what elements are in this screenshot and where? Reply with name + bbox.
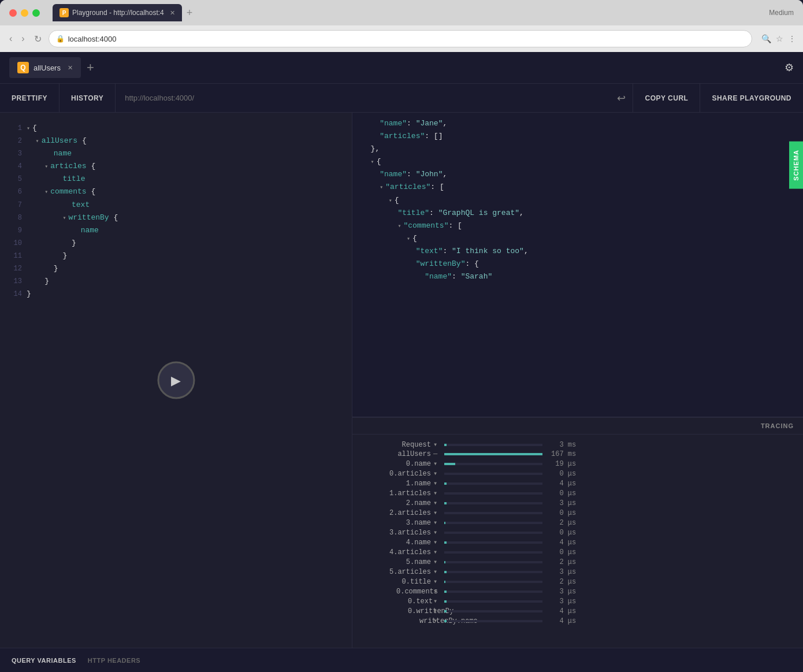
trace-row-1articles: 1.articles ▾ 0 μs (385, 489, 794, 497)
trace-row-0articles: 0.articles ▾ 0 μs (385, 469, 794, 478)
result-line-8: "title": "GraphQL is great", (352, 207, 803, 220)
add-tab-button[interactable]: + (81, 60, 100, 75)
editor-panel: 1 ▾{ 2 ▾allUsers { 3 name 4 ▾articles { (0, 113, 352, 648)
minimize-traffic-light[interactable] (21, 9, 28, 17)
traffic-lights (9, 9, 40, 17)
trace-row-3name: 3.name ▾ 2 μs (385, 518, 794, 527)
code-line-4: 4 ▾articles { (0, 160, 352, 173)
trace-time-request: 3 ms (547, 441, 576, 449)
trace-row-0title: 0.title ▾ 2 μs (396, 577, 794, 586)
code-line-5: 5 title (0, 173, 352, 185)
tab-item-allusers[interactable]: Q allUsers ✕ (9, 57, 81, 78)
tracing-label: TRACING (761, 422, 794, 429)
http-headers-tab[interactable]: HTTP HEADERS (88, 657, 140, 664)
settings-button[interactable]: ⚙ (785, 61, 794, 74)
trace-row-2articles: 2.articles ▾ 0 μs (385, 508, 794, 517)
close-traffic-light[interactable] (9, 9, 17, 17)
code-line-9: 9 name (0, 224, 352, 237)
tab-favicon: P (60, 8, 69, 17)
result-line-5: "name": "John", (352, 168, 803, 181)
play-button[interactable]: ▶ (157, 362, 195, 399)
undo-button[interactable]: ↩ (610, 92, 633, 105)
active-browser-tab[interactable]: P Playground - http://localhost:4 ✕ (53, 4, 182, 21)
address-bar[interactable]: 🔒 localhost:4000 (49, 30, 752, 47)
medium-label: Medium (769, 9, 794, 17)
maximize-traffic-light[interactable] (32, 9, 40, 17)
trace-bar-request (444, 444, 542, 446)
tracing-content: Request ▾ 3 ms allUsers — 167 ms 0.name … (352, 435, 803, 631)
app-container: Q allUsers ✕ + ⚙ PRETTIFY HISTORY ↩ COPY… (0, 52, 803, 672)
result-line-4: ▾{ (352, 155, 803, 168)
bottom-bar: QUERY VARIABLES HTTP HEADERS (0, 648, 803, 672)
trace-row-4name: 4.name ▾ 4 μs (385, 538, 794, 547)
result-panel: "name": "Jane", "articles": [] }, ▾{ "na… (352, 113, 803, 417)
query-icon: Q (17, 62, 29, 73)
trace-row-4articles: 4.articles ▾ 0 μs (385, 548, 794, 556)
prettify-button[interactable]: PRETTIFY (0, 84, 60, 112)
result-line-11: "text": "I think so too", (352, 245, 803, 258)
trace-time-allusers: 167 ms (547, 450, 576, 458)
bookmark-icon[interactable]: ☆ (776, 34, 783, 43)
code-line-1: 1 ▾{ (0, 122, 352, 135)
url-text: localhost:4000 (68, 35, 117, 43)
trace-row-0name: 0.name ▾ 19 μs (385, 459, 794, 468)
trace-arrow-allusers: — (433, 450, 437, 458)
result-line-3: }, (352, 143, 803, 155)
trace-row-5articles: 5.articles ▾ 3 μs (385, 567, 794, 576)
right-panel: "name": "Jane", "articles": [] }, ▾{ "na… (352, 113, 803, 648)
result-line-7: ▾{ (352, 194, 803, 207)
result-line-9: ▾"comments": [ (352, 220, 803, 232)
browser-chrome: P Playground - http://localhost:4 ✕ + Me… (0, 0, 803, 52)
share-playground-button[interactable]: SHARE PLAYGROUND (700, 84, 803, 112)
tracing-panel: TRACING Request ▾ 3 ms allUsers — 167 ms (352, 417, 803, 648)
app-header: Q allUsers ✕ + ⚙ (0, 52, 803, 84)
code-line-2: 2 ▾allUsers { (0, 135, 352, 147)
trace-row-0comments: 0.comments ▾ 3 μs (396, 587, 794, 596)
tab-close-icon[interactable]: ✕ (170, 9, 175, 17)
code-line-11: 11 } (0, 250, 352, 262)
trace-arrow-request: ▾ (433, 440, 437, 449)
trace-row-3articles: 3.articles ▾ 0 μs (385, 528, 794, 537)
tab-title: Playground - http://localhost:4 (72, 9, 164, 17)
trace-row-writtenbyname: writtenBy.name ▾ 4 μs (419, 617, 794, 625)
schema-tab[interactable]: SCHEMA (789, 142, 803, 189)
code-line-6: 6 ▾comments { (0, 185, 352, 198)
result-line-6: ▾"articles": [ (352, 181, 803, 194)
code-line-7: 7 text (0, 199, 352, 211)
history-button[interactable]: HISTORY (60, 84, 116, 112)
search-icon[interactable]: 🔍 (761, 34, 771, 43)
lock-icon: 🔒 (56, 35, 65, 43)
trace-row-request: Request ▾ 3 ms (362, 440, 794, 449)
toolbar: PRETTIFY HISTORY ↩ COPY CURL SHARE PLAYG… (0, 84, 803, 113)
query-variables-tab[interactable]: QUERY VARIABLES (12, 657, 76, 664)
code-line-3: 3 name (0, 147, 352, 160)
code-line-13: 13 } (0, 275, 352, 288)
new-tab-button[interactable]: + (182, 7, 198, 19)
back-button[interactable]: ‹ (7, 32, 14, 45)
tab-name: allUsers (34, 64, 61, 72)
refresh-button[interactable]: ↻ (32, 32, 44, 46)
code-line-14: 14 } (0, 288, 352, 300)
copy-curl-button[interactable]: COPY CURL (633, 84, 700, 112)
tab-close-icon[interactable]: ✕ (68, 64, 73, 72)
trace-name-request: Request (362, 441, 431, 449)
result-line-1: "name": "Jane", (352, 117, 803, 130)
browser-address-bar: ‹ › ↻ 🔒 localhost:4000 🔍 ☆ ⋮ (0, 25, 803, 52)
menu-icon[interactable]: ⋮ (788, 34, 796, 43)
result-line-12: "writtenBy": { (352, 258, 803, 270)
trace-bar-allusers (444, 453, 542, 455)
trace-row-0text: 0.text ▾ 3 μs (408, 597, 794, 606)
trace-row-5name: 5.name ▾ 2 μs (385, 558, 794, 566)
code-line-12: 12 } (0, 262, 352, 275)
url-input[interactable] (116, 84, 610, 112)
forward-button[interactable]: › (19, 32, 27, 45)
code-line-10: 10 } (0, 237, 352, 250)
trace-row-2name: 2.name ▾ 3 μs (385, 499, 794, 507)
main-content: 1 ▾{ 2 ▾allUsers { 3 name 4 ▾articles { (0, 113, 803, 648)
tracing-header: TRACING (352, 418, 803, 435)
address-icons: 🔍 ☆ ⋮ (761, 34, 796, 43)
trace-row-allusers: allUsers — 167 ms (373, 450, 794, 458)
browser-title-bar: P Playground - http://localhost:4 ✕ + Me… (0, 0, 803, 25)
browser-tabs: P Playground - http://localhost:4 ✕ + (53, 4, 763, 21)
result-line-2: "articles": [] (352, 130, 803, 143)
